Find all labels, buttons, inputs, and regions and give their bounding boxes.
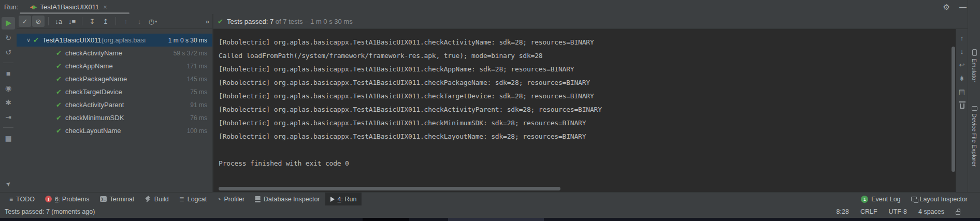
import-tests-button[interactable]: ⇥ [2,111,15,123]
test-duration: 100 ms [187,127,207,135]
run-label: : Run [341,196,356,203]
problems-tool-button[interactable]: ! 6: Problems [40,193,95,205]
pin-tab-button[interactable]: ➤ [2,178,15,190]
divider [116,17,116,25]
test-suite-row[interactable]: ∨ ✔ TestA1BasicUIX011 (org.aplas.basi 1 … [17,34,212,47]
event-log-count-badge: 1 [861,196,868,203]
collapse-all-button[interactable]: ↥ [99,16,112,27]
passed-check-icon: ✔ [33,36,39,44]
database-inspector-tool-button[interactable]: Database Inspector [250,193,325,205]
console-output: [Robolectric] org.aplas.basicappx.TestA1… [213,29,956,192]
emulator-stripe-button[interactable]: Emulator [968,49,980,82]
chevron-down-icon: ▾ [155,19,157,24]
layout-inspector-button[interactable]: Layout Inspector [906,193,973,205]
settings-gear-icon[interactable]: ⚙ [943,3,950,12]
chevron-expanded-icon[interactable]: ∨ [24,37,33,43]
console-line: Process finished with exit code 0 [219,157,956,170]
test-row[interactable]: ✔ checkActivityParent 91 ms [17,98,212,111]
toggle-auto-test-button[interactable]: ↺ [2,46,15,58]
test-duration: 171 ms [187,63,207,70]
console-line: Called loadFromPath(/system/framework/fr… [219,49,956,63]
stop-button[interactable]: ■ [2,67,15,80]
test-toolbar-row: ✓ ⊘ ↓a ↓≡ ↧ ↥ ↑ ↓ ◷ ▾ » ✔ Tests passed: … [17,14,968,29]
profiler-label: Profiler [224,196,245,203]
expand-all-button[interactable]: ↧ [86,16,98,27]
close-tab-icon[interactable]: × [103,3,107,11]
taskbar-edge [0,218,980,221]
up-stacktrace-button[interactable]: ↑ [957,33,967,42]
line-ending-selector[interactable]: CRLF [860,208,877,215]
show-ignored-button[interactable]: ⊘ [32,16,45,27]
hide-panel-icon[interactable]: — [959,3,967,11]
test-history-button[interactable]: ◷ ▾ [147,16,159,27]
test-row[interactable]: ✔ checkMinimumSDK 76 ms [17,111,212,124]
caret-position[interactable]: 8:28 [837,208,849,215]
event-log-label: Event Log [871,196,900,203]
console-line: [Robolectric] org.aplas.basicappx.TestA1… [219,36,956,49]
horizontal-scrollbar[interactable] [219,187,560,190]
tests-passed-detail: of 7 tests – 1 m 0 s 30 ms [276,18,353,25]
test-duration: 59 s 372 ms [174,50,207,57]
console-line: [Robolectric] org.aplas.basicappx.TestA1… [219,63,956,76]
soft-wrap-button[interactable]: ↩ [957,60,967,69]
scroll-to-end-button[interactable]: ⇟ [957,73,967,83]
previous-occurrence-button[interactable]: ↑ [120,16,132,27]
device-icon [972,106,977,111]
sort-by-duration-button[interactable]: ↓≡ [66,16,78,27]
sort-alphabetically-button[interactable]: ↓a [52,16,65,27]
tests-passed-count: Tests passed: 7 [227,18,273,25]
test-duration: 91 ms [190,101,207,109]
divider [82,17,82,25]
encoding-selector[interactable]: UTF-8 [889,208,907,215]
run-panel-header: Run: ◀▶ TestA1BasicUIX011 × ⚙ — [0,0,980,14]
device-file-explorer-stripe-button[interactable]: Device File Explorer [968,106,980,167]
test-row[interactable]: ✔ checkTargetDevice 75 ms [17,85,212,98]
console-line [219,143,956,157]
passed-check-icon: ✔ [56,114,62,122]
clear-console-button[interactable] [957,100,967,110]
down-stacktrace-button[interactable]: ↓ [957,47,967,56]
console-line: [Robolectric] org.aplas.basicappx.TestA1… [219,90,956,103]
indent-selector[interactable]: 4 spaces [918,208,944,215]
run-tool-button[interactable]: 4: Run [325,193,362,205]
passed-check-icon: ✔ [56,75,62,83]
console-toolbar: ↑ ↓ ↩ ⇟ ▤ [956,29,968,192]
terminal-tool-button[interactable]: ❯_ Terminal [95,193,139,205]
taskbar-segment [448,218,544,221]
taskbar-segment [363,218,409,221]
device-file-explorer-label: Device File Explorer [971,113,977,167]
logcat-tool-button[interactable]: ≣ Logcat [174,193,212,205]
print-button[interactable]: ▤ [957,87,967,96]
run-config-tab[interactable]: ◀▶ TestA1BasicUIX011 × [26,1,110,13]
right-tool-stripe: Emulator Device File Explorer [968,0,980,192]
terminal-icon: ❯_ [100,196,107,202]
build-tool-button[interactable]: Build [139,193,174,205]
console-line: [Robolectric] org.aplas.basicappx.TestA1… [219,116,956,130]
vertical-scrollbar[interactable] [952,47,955,172]
show-passed-button[interactable]: ✓ [19,16,31,27]
profiler-tool-button[interactable]: ◔ Profiler [212,193,250,205]
test-row[interactable]: ✔ checkAppName 171 ms [17,60,212,72]
restore-layout-button[interactable]: ▦ [2,132,15,144]
trash-icon [960,104,964,109]
event-log-button[interactable]: 1 Event Log [856,193,905,205]
lock-icon[interactable] [956,211,960,215]
rerun-failed-tests-button[interactable]: ↻ [2,32,15,44]
todo-label: TODO [16,196,35,203]
suite-name: TestA1BasicUIX011 [42,36,102,44]
test-row[interactable]: ✔ checkLayoutName 100 ms [17,124,212,137]
rerun-button[interactable] [2,17,15,30]
next-occurrence-button[interactable]: ↓ [133,16,146,27]
todo-tool-button[interactable]: ≡ TODO [4,193,40,205]
toolbar-overflow-icon[interactable]: » [206,18,209,25]
test-row[interactable]: ✔ checkActivityName 59 s 372 ms [17,47,212,60]
test-row[interactable]: ✔ checkPackageName 145 ms [17,72,212,85]
test-name: checkPackageName [65,75,127,83]
tests-passed-check-icon: ✔ [218,18,223,25]
coverage-button[interactable]: ✱ [2,96,15,109]
divider [48,17,49,25]
test-name: checkTargetDevice [65,88,122,96]
passed-check-icon: ✔ [56,49,62,57]
test-duration: 145 ms [187,76,207,83]
screenshot-button[interactable]: ◉ [2,82,15,94]
